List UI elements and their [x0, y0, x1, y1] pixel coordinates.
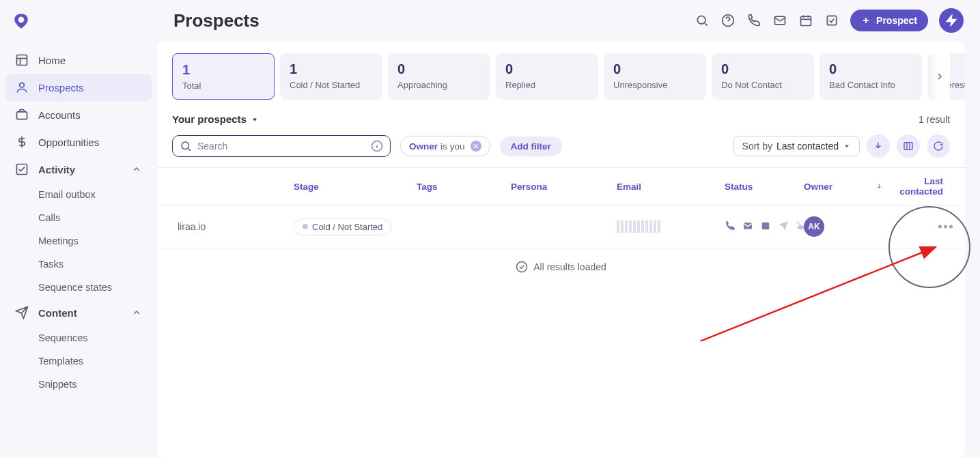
sidebar-sub-meetings[interactable]: Meetings — [5, 229, 152, 253]
cell-email — [611, 218, 719, 235]
svg-point-39 — [517, 262, 527, 272]
section-label: Activity — [38, 164, 75, 175]
svg-point-24 — [182, 142, 189, 149]
table-row[interactable]: liraa.io Cold / Not Started — [157, 205, 965, 248]
sidebar-item-home[interactable]: Home — [5, 46, 152, 74]
svg-point-0 — [18, 17, 25, 23]
button-label: Prospect — [876, 15, 917, 26]
cell-tags — [411, 224, 505, 229]
email-activity-indicator — [617, 220, 714, 233]
th-persona[interactable]: Persona — [505, 168, 611, 205]
chevron-up-icon — [131, 307, 142, 318]
quick-action-button[interactable] — [939, 8, 964, 33]
calendar-icon[interactable] — [798, 13, 813, 28]
svg-marker-29 — [845, 145, 849, 148]
view-title: Your prospects — [172, 113, 247, 125]
svg-point-10 — [697, 16, 705, 24]
search-icon[interactable] — [695, 13, 710, 28]
row-more-menu[interactable] — [938, 225, 953, 229]
th-tags[interactable]: Tags — [411, 168, 505, 205]
create-prospect-button[interactable]: Prospect — [850, 10, 928, 31]
sidebar-sub-templates[interactable]: Templates — [5, 349, 152, 373]
sidebar-sub-calls[interactable]: Calls — [5, 206, 152, 229]
info-icon[interactable] — [371, 140, 383, 152]
contact-status-icon[interactable] — [760, 220, 771, 233]
stat-replied[interactable]: 0 Replied — [496, 53, 598, 100]
sort-selector[interactable]: Sort by Last contacted — [733, 136, 860, 156]
th-last-contacted[interactable]: Last contacted — [870, 168, 949, 205]
person-icon — [15, 81, 29, 94]
task-icon[interactable] — [824, 13, 839, 28]
mail-icon[interactable] — [772, 13, 787, 28]
sort-arrow-icon — [876, 182, 883, 190]
section-label: Content — [38, 307, 77, 319]
sidebar-sub-sequence-states[interactable]: Sequence states — [5, 276, 152, 299]
chip-remove-icon[interactable]: ✕ — [471, 141, 481, 152]
chevron-up-icon — [131, 164, 142, 175]
briefcase-icon — [15, 108, 29, 121]
stat-count: 1 — [182, 62, 264, 78]
email-status-icon[interactable] — [742, 220, 753, 233]
stat-label: Approaching — [397, 80, 481, 90]
stat-label: Cold / Not Started — [290, 80, 373, 90]
sidebar-sub-sequences[interactable]: Sequences — [5, 326, 152, 349]
call-status-icon[interactable] — [725, 220, 736, 233]
stat-approaching[interactable]: 0 Approaching — [388, 53, 490, 100]
owner-avatar[interactable]: AK — [804, 216, 824, 237]
result-count: 1 result — [919, 114, 950, 125]
sidebar-item-label: Opportunities — [38, 137, 99, 148]
stat-cold[interactable]: 1 Cold / Not Started — [280, 53, 382, 100]
sidebar-section-content[interactable]: Content — [5, 299, 152, 326]
stat-do-not-contact[interactable]: 0 Do Not Contact — [712, 53, 814, 100]
th-owner[interactable]: Owner — [798, 168, 870, 205]
columns-button[interactable] — [897, 134, 920, 158]
stat-count: 0 — [829, 61, 912, 77]
svg-marker-22 — [947, 16, 956, 26]
stage-pill[interactable]: Cold / Not Started — [294, 218, 391, 235]
main: Prospects Prospect 1 — [157, 0, 980, 458]
search-input[interactable] — [197, 141, 371, 152]
send-status-icon[interactable] — [778, 220, 789, 233]
sidebar-sub-tasks[interactable]: Tasks — [5, 253, 152, 276]
stat-label: Replied — [505, 80, 589, 90]
chip-value: you — [450, 141, 465, 152]
cell-name: liraa.io — [172, 218, 288, 235]
stat-bad-contact[interactable]: 0 Bad Contact Info — [820, 53, 922, 100]
th-stage[interactable]: Stage — [288, 168, 411, 205]
refresh-button[interactable] — [927, 134, 950, 158]
sidebar-section-activity[interactable]: Activity — [5, 156, 152, 183]
topbar: Prospects Prospect — [157, 0, 980, 41]
th-status[interactable]: Status — [719, 168, 798, 205]
stage-label: Cold / Not Started — [312, 222, 382, 232]
view-selector[interactable]: Your prospects — [172, 113, 259, 125]
help-icon[interactable] — [720, 13, 736, 28]
sidebar-item-prospects[interactable]: Prospects — [5, 74, 152, 101]
stage-dot-icon — [303, 224, 308, 229]
download-button[interactable] — [867, 134, 890, 158]
stat-count: 1 — [290, 61, 373, 77]
chevron-down-icon — [843, 142, 851, 150]
svg-rect-5 — [17, 112, 27, 119]
svg-line-11 — [705, 23, 707, 25]
stats-next-button[interactable] — [929, 53, 950, 100]
filter-chip-owner[interactable]: Owner is you ✕ — [400, 136, 490, 156]
chip-field: Owner — [409, 141, 438, 152]
sort-label: Sort by — [742, 141, 772, 152]
search-box[interactable] — [172, 135, 391, 157]
sort-value: Last contacted — [776, 141, 839, 152]
sidebar-sub-snippets[interactable]: Snippets — [5, 373, 152, 396]
th-email[interactable]: Email — [611, 168, 719, 205]
add-filter-button[interactable]: Add filter — [500, 137, 562, 156]
topbar-actions: Prospect — [695, 8, 964, 33]
sidebar-sub-email-outbox[interactable]: Email outbox — [5, 183, 152, 206]
filterbar-row2: Owner is you ✕ Add filter Sort by Last c… — [157, 128, 965, 167]
sidebar-item-accounts[interactable]: Accounts — [5, 101, 152, 128]
stat-unresponsive[interactable]: 0 Unresponsive — [604, 53, 706, 100]
activity-icon — [15, 162, 29, 176]
svg-rect-19 — [827, 16, 836, 25]
stat-total[interactable]: 1 Total — [172, 53, 275, 100]
sidebar-item-opportunities[interactable]: Opportunities — [5, 128, 152, 156]
stat-label: Do Not Contact — [721, 80, 804, 90]
phone-icon[interactable] — [746, 13, 761, 28]
content-card: 1 Total 1 Cold / Not Started 0 Approachi… — [157, 41, 965, 458]
